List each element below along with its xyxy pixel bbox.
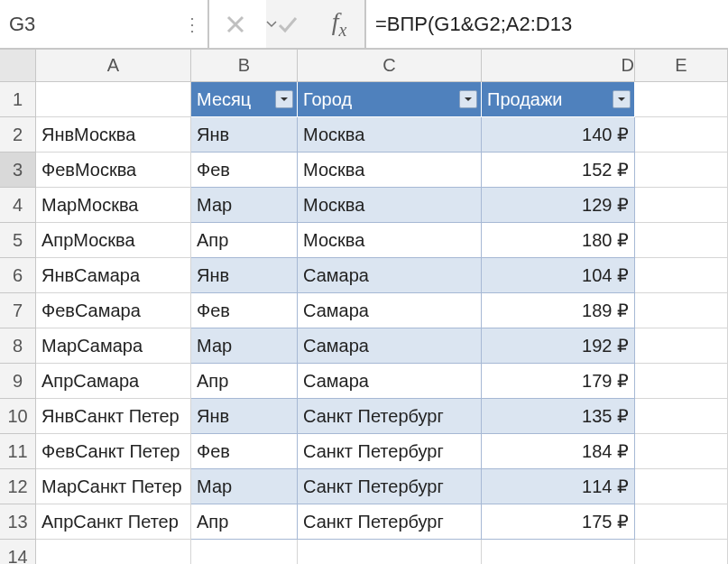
cell[interactable]: 140 ₽ [482,117,635,153]
cell[interactable]: ЯнвСамара [36,258,191,293]
cell[interactable]: 135 ₽ [482,399,635,434]
row-head[interactable]: 11 [0,434,36,469]
cell[interactable]: 180 ₽ [482,223,635,258]
cell[interactable]: Мар [191,328,298,364]
cell[interactable]: АпрСамара [36,364,191,399]
cell[interactable]: МарСанкт Петер [36,469,191,504]
row: 7ФевСамараФевСамара189 ₽ [0,293,728,328]
cell[interactable]: Янв [191,399,298,434]
insert-function-button[interactable]: fx [314,0,366,48]
cell[interactable]: 129 ₽ [482,188,635,223]
cell[interactable]: Москва [298,223,482,258]
cell[interactable]: Фев [191,293,298,328]
cell[interactable]: МарМосква [36,188,191,223]
cell[interactable]: Апр [191,504,298,540]
cell[interactable]: ФевСамара [36,293,191,328]
cell[interactable]: 175 ₽ [482,504,635,540]
cell[interactable]: АпрСанкт Петер [36,504,191,540]
cell[interactable]: Санкт Петербург [298,469,482,504]
cancel-button[interactable] [209,0,262,48]
row-head[interactable]: 8 [0,328,36,364]
cell[interactable]: Мар [191,469,298,504]
table-header-cell[interactable]: Продажи [482,82,635,117]
cell[interactable]: 192 ₽ [482,328,635,364]
cell[interactable]: Москва [298,117,482,153]
cell[interactable]: Санкт Петербург [298,399,482,434]
row-head[interactable]: 9 [0,364,36,399]
cell[interactable] [635,540,728,564]
cell[interactable]: 189 ₽ [482,293,635,328]
filter-button[interactable] [459,90,477,108]
cell[interactable]: Самара [298,328,482,364]
cell[interactable]: Янв [191,258,298,293]
column-headers: A B C D E [0,50,728,82]
cell[interactable]: ФевМосква [36,153,191,188]
row-head[interactable]: 12 [0,469,36,504]
cell[interactable] [635,153,728,188]
col-head-a[interactable]: A [36,50,191,82]
row-head[interactable]: 4 [0,188,36,223]
table-header-cell[interactable]: Месяц [191,82,298,117]
cell[interactable]: Фев [191,153,298,188]
col-head-c[interactable]: C [298,50,482,82]
formula-input[interactable] [366,0,728,48]
col-head-d[interactable]: D [482,50,635,82]
cell[interactable]: Санкт Петербург [298,434,482,469]
cell[interactable] [635,82,728,117]
cell[interactable]: Самара [298,258,482,293]
formula-bar-separator[interactable]: ⋮ [177,0,209,48]
cell[interactable] [635,399,728,434]
col-head-b[interactable]: B [191,50,298,82]
cell[interactable]: 184 ₽ [482,434,635,469]
row-head[interactable]: 2 [0,117,36,153]
cell[interactable] [298,540,482,564]
cell[interactable] [482,540,635,564]
row-head[interactable]: 14 [0,540,36,564]
row-head[interactable]: 6 [0,258,36,293]
confirm-button[interactable] [262,0,314,48]
cell[interactable]: Фев [191,434,298,469]
col-head-e[interactable]: E [635,50,728,82]
cell[interactable]: Апр [191,364,298,399]
cell[interactable]: Мар [191,188,298,223]
cell[interactable]: 152 ₽ [482,153,635,188]
table-header-cell[interactable]: Город [298,82,482,117]
cell[interactable]: Москва [298,188,482,223]
cell[interactable]: ЯнвМосква [36,117,191,153]
cell[interactable] [635,117,728,153]
cell[interactable]: АпрМосква [36,223,191,258]
cell[interactable] [635,258,728,293]
cell[interactable]: Самара [298,293,482,328]
cell[interactable] [635,188,728,223]
cell[interactable]: Янв [191,117,298,153]
select-all-corner[interactable] [0,50,36,82]
row-head[interactable]: 13 [0,504,36,540]
cell[interactable]: Санкт Петербург [298,504,482,540]
cell[interactable] [635,469,728,504]
filter-button[interactable] [613,90,631,108]
cell[interactable] [36,540,191,564]
cell[interactable]: Самара [298,364,482,399]
cell[interactable] [635,293,728,328]
row-head[interactable]: 3 [0,153,36,188]
cell[interactable] [635,504,728,540]
cell[interactable]: Москва [298,153,482,188]
cell[interactable] [36,82,191,117]
cell[interactable]: Апр [191,223,298,258]
cell[interactable]: 114 ₽ [482,469,635,504]
filter-button[interactable] [275,90,293,108]
cell[interactable]: ФевСанкт Петер [36,434,191,469]
cell[interactable] [635,364,728,399]
cell[interactable] [635,328,728,364]
row-head[interactable]: 10 [0,399,36,434]
row-head[interactable]: 7 [0,293,36,328]
row-head[interactable]: 1 [0,82,36,117]
cell[interactable]: МарСамара [36,328,191,364]
cell[interactable]: ЯнвСанкт Петер [36,399,191,434]
cell[interactable] [191,540,298,564]
row-head[interactable]: 5 [0,223,36,258]
cell[interactable] [635,223,728,258]
cell[interactable]: 104 ₽ [482,258,635,293]
cell[interactable] [635,434,728,469]
cell[interactable]: 179 ₽ [482,364,635,399]
